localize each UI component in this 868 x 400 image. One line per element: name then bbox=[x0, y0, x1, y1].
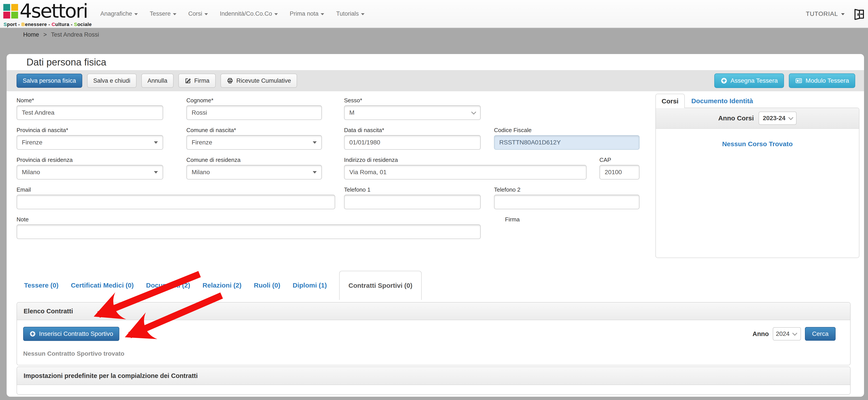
tagline-seg: B bbox=[21, 22, 25, 27]
menu-label: Tutorials bbox=[336, 10, 359, 17]
tab-tessere[interactable]: Tessere (0) bbox=[24, 282, 58, 289]
button-label: Firma bbox=[194, 78, 210, 84]
chevron-down-icon bbox=[793, 331, 798, 336]
dropdown-arrow-icon bbox=[154, 171, 158, 174]
chevron-down-icon bbox=[134, 13, 138, 15]
indirizzo-input[interactable] bbox=[344, 165, 587, 180]
tagline-seg: ultura - bbox=[55, 22, 74, 27]
anno-corsi-bar: Anno Corsi 2023-24 bbox=[656, 108, 859, 129]
data-nascita-input[interactable] bbox=[344, 135, 481, 150]
anno-select[interactable]: 2024 bbox=[773, 327, 801, 340]
insert-contract-button[interactable]: Inserisci Contratto Sportivo bbox=[23, 327, 119, 341]
select-value: M bbox=[349, 109, 472, 116]
field-label: Firma bbox=[505, 216, 593, 223]
email-input[interactable] bbox=[17, 195, 335, 209]
comune-residenza-select[interactable]: Milano bbox=[186, 165, 322, 180]
telefono2-input[interactable] bbox=[494, 195, 640, 209]
save-close-button[interactable]: Salva e chiudi bbox=[87, 74, 136, 88]
tagline-seg: S bbox=[3, 22, 7, 27]
comune-nascita-select[interactable]: Firenze bbox=[186, 135, 322, 150]
tab-ruoli[interactable]: Ruoli (0) bbox=[254, 282, 280, 289]
select-value: Firenze bbox=[192, 139, 313, 146]
note-input[interactable] bbox=[17, 224, 481, 239]
toolbar: Salva persona fisica Salva e chiudi Annu… bbox=[7, 70, 864, 91]
menu-label: Prima nota bbox=[290, 10, 319, 17]
codice-fiscale-input[interactable] bbox=[494, 135, 640, 150]
tab-documento-identita[interactable]: Documento Identità bbox=[691, 94, 753, 108]
provincia-nascita-select[interactable]: Firenze bbox=[17, 135, 163, 150]
corsi-panel-tabs: Corsi Documento Identità bbox=[655, 94, 859, 108]
anno-label: Anno bbox=[752, 330, 769, 338]
elenco-contratti-header: Elenco Contratti bbox=[17, 303, 850, 320]
menu-label: Anagrafiche bbox=[100, 10, 132, 17]
page-title: Dati persona fisica bbox=[27, 57, 106, 68]
menu-prima-nota[interactable]: Prima nota bbox=[284, 10, 330, 17]
assign-card-button[interactable]: Assegna Tessera bbox=[714, 73, 784, 88]
corsi-empty-area: Nessun Corso Trovato bbox=[656, 129, 859, 148]
breadcrumb-separator: > bbox=[43, 31, 47, 38]
select-value: Milano bbox=[192, 169, 313, 176]
page: 4settori Sport - Benessere - Cultura - S… bbox=[0, 0, 868, 400]
field-label: Comune di nascita* bbox=[186, 127, 322, 133]
field-label: Telefono 1 bbox=[344, 186, 481, 193]
chevron-down-icon bbox=[274, 13, 278, 15]
cognome-input[interactable] bbox=[186, 105, 322, 120]
select-value: Firenze bbox=[22, 139, 154, 146]
field-label: Provincia di residenza bbox=[17, 157, 163, 163]
tab-documenti[interactable]: Documenti (2) bbox=[146, 282, 190, 289]
impostazioni-header[interactable]: Impostazioni predefinite per la compialz… bbox=[17, 367, 850, 385]
menu-corsi[interactable]: Corsi bbox=[182, 10, 214, 17]
cap-input[interactable] bbox=[599, 165, 640, 180]
brand-logo[interactable]: 4settori Sport - Benessere - Cultura - S… bbox=[3, 3, 92, 27]
card-module-icon bbox=[795, 77, 803, 85]
field-codice-fiscale: Codice Fiscale bbox=[494, 127, 640, 150]
tagline-seg: ociale bbox=[78, 22, 92, 27]
tutorial-dropdown[interactable]: TUTORIAL bbox=[806, 10, 845, 18]
chevron-down-icon bbox=[321, 13, 324, 15]
chevron-down-icon bbox=[841, 13, 845, 15]
plus-circle-icon bbox=[29, 331, 36, 337]
pencil-square-icon bbox=[185, 78, 191, 84]
menu-anagrafiche[interactable]: Anagrafiche bbox=[94, 10, 144, 17]
field-cognome: Cognome* bbox=[186, 97, 322, 120]
detail-tabs: Tessere (0) Certificati Medici (0) Docum… bbox=[24, 271, 422, 300]
tab-diplomi[interactable]: Diplomi (1) bbox=[292, 282, 327, 289]
field-label: Email bbox=[17, 186, 335, 193]
tab-relazioni[interactable]: Relazioni (2) bbox=[203, 282, 242, 289]
tagline-seg: port - bbox=[7, 22, 21, 27]
cancel-button[interactable]: Annulla bbox=[142, 74, 174, 88]
plus-circle-icon bbox=[720, 77, 727, 84]
save-person-button[interactable]: Salva persona fisica bbox=[17, 74, 82, 88]
cumulative-receipts-button[interactable]: Ricevute Cumulative bbox=[220, 74, 297, 88]
dropdown-arrow-icon bbox=[313, 141, 317, 144]
nome-input[interactable] bbox=[17, 105, 163, 120]
provincia-residenza-select[interactable]: Milano bbox=[17, 165, 163, 180]
toolbar-right: Assegna Tessera Modulo Tessera bbox=[714, 73, 855, 88]
sesso-select[interactable]: M bbox=[344, 105, 481, 120]
logout-icon[interactable] bbox=[853, 8, 865, 20]
tab-contratti-sportivi[interactable]: Contratti Sportivi (0) bbox=[339, 271, 422, 300]
menu-label: Indennità/Co.Co.Co bbox=[220, 10, 272, 17]
panel-title: Elenco Contratti bbox=[24, 308, 73, 315]
menu-tessere[interactable]: Tessere bbox=[144, 10, 182, 17]
field-label: Note bbox=[17, 216, 481, 223]
field-comune-nascita: Comune di nascita* Firenze bbox=[186, 127, 322, 150]
tab-certificati-medici[interactable]: Certificati Medici (0) bbox=[71, 282, 134, 289]
button-label: Assegna Tessera bbox=[731, 77, 778, 84]
card-module-button[interactable]: Modulo Tessera bbox=[789, 73, 855, 88]
impostazioni-panel: Impostazioni predefinite per la compialz… bbox=[17, 367, 850, 395]
sign-button[interactable]: Firma bbox=[178, 74, 216, 88]
tab-corsi[interactable]: Corsi bbox=[655, 94, 685, 108]
field-sesso: Sesso* M bbox=[344, 97, 481, 120]
tagline-seg: enessere - bbox=[25, 22, 51, 27]
dropdown-arrow-icon bbox=[313, 171, 317, 174]
anno-corsi-select[interactable]: 2023-24 bbox=[758, 112, 797, 125]
search-button[interactable]: Cerca bbox=[805, 327, 836, 341]
panel-title: Impostazioni predefinite per la compialz… bbox=[24, 372, 198, 379]
menu-indennita[interactable]: Indennità/Co.Co.Co bbox=[214, 10, 284, 17]
menu-tutorials[interactable]: Tutorials bbox=[330, 10, 371, 17]
contratti-actions-row: Inserisci Contratto Sportivo Anno 2024 C… bbox=[23, 327, 844, 341]
breadcrumb-home[interactable]: Home bbox=[23, 31, 39, 38]
telefono1-input[interactable] bbox=[344, 195, 481, 209]
select-value: 2024 bbox=[776, 330, 789, 337]
